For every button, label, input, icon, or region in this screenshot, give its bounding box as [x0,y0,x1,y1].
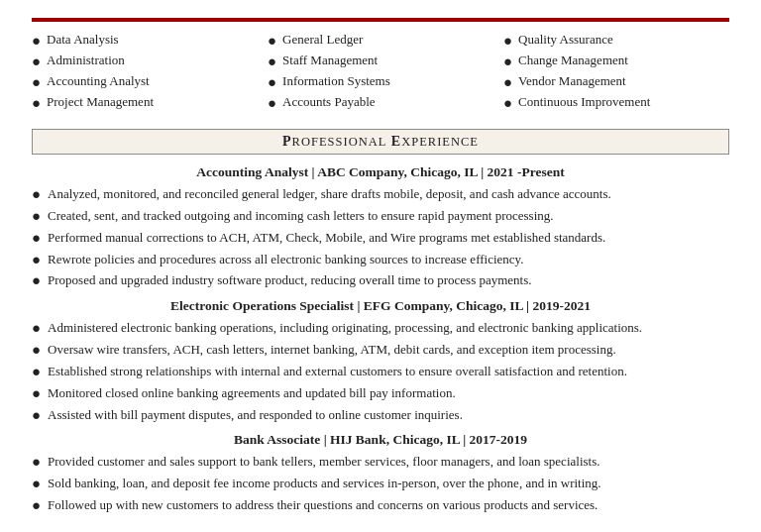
job-bullet: ● Sold banking, loan, and deposit fee in… [32,475,729,493]
bullet-text: Rewrote policies and procedures across a… [48,251,523,269]
job-bullet: ● Administered electronic banking operat… [32,319,729,338]
professional-experience-header: PROFESSIONAL EXPERIENCE [32,129,729,155]
job-bullet: ● Established strong relationships with … [32,363,729,381]
job-bullet: ● Created, sent, and tracked outgoing an… [32,207,729,226]
skill-item: ● Data Analysis [32,32,258,50]
bullet-icon: ● [503,94,512,112]
bullet-text: Followed up with new customers to addres… [48,496,598,515]
skill-label: Accounting Analyst [47,73,150,89]
bullet-icon: ● [32,53,41,70]
job-title-2: Electronic Operations Specialist | EFG C… [32,298,729,314]
job-bullet: ● Proposed and upgraded industry softwar… [32,271,729,290]
bullet-icon: ● [32,384,41,402]
job-bullets-2: ● Administered electronic banking operat… [32,319,729,424]
bullet-icon: ● [32,341,41,359]
bullet-icon: ● [503,53,512,70]
bullet-icon: ● [32,251,41,268]
job-bullet: ● Analyzed, monitored, and reconciled ge… [32,185,729,204]
skill-item: ● Vendor Management [503,73,729,91]
skill-label: General Ledger [282,32,363,48]
skill-item: ● Continuous Improvement [503,94,729,112]
skill-label: Accounts Payable [282,94,376,110]
bullet-text: Performed manual corrections to ACH, ATM… [48,229,605,248]
bullet-icon: ● [32,94,41,112]
bullet-text: Created, sent, and tracked outgoing and … [48,207,553,226]
bullet-text: Administered electronic banking operatio… [48,319,642,338]
job-bullets-3: ● Provided customer and sales support to… [32,453,729,515]
skills-section: ● Data Analysis ● Administration ● Accou… [32,32,729,115]
skill-item: ● Project Management [32,94,258,112]
bullet-icon: ● [32,363,41,380]
bullet-icon: ● [32,32,41,50]
job-bullets-1: ● Analyzed, monitored, and reconciled ge… [32,185,729,290]
bullet-icon: ● [268,73,276,91]
bullet-icon: ● [32,319,41,337]
job-title-3: Bank Associate | HIJ Bank, Chicago, IL |… [32,432,729,448]
job-bullet: ● Assisted with bill payment disputes, a… [32,406,729,425]
skill-item: ● Accounts Payable [268,94,493,112]
skill-label: Continuous Improvement [518,94,650,110]
job-bullet: ● Oversaw wire transfers, ACH, cash lett… [32,341,729,360]
bullet-icon: ● [32,207,41,225]
bullet-text: Provided customer and sales support to b… [48,453,599,472]
bullet-icon: ● [503,32,512,50]
skill-label: Staff Management [282,53,378,68]
bullet-icon: ● [32,453,41,471]
skill-item: ● Quality Assurance [503,32,729,50]
job-entry-3: Bank Associate | HIJ Bank, Chicago, IL |… [32,432,729,515]
skill-item: ● Change Management [503,53,729,70]
skill-label: Data Analysis [47,32,119,48]
skill-item: ● Administration [32,53,258,70]
bullet-icon: ● [32,406,41,424]
job-entry-1: Accounting Analyst | ABC Company, Chicag… [32,164,729,290]
resume-page: ● Data Analysis ● Administration ● Accou… [0,0,761,532]
skill-label: Vendor Management [518,73,626,89]
bullet-icon: ● [503,73,512,91]
skills-col-2: ● General Ledger ● Staff Management ● In… [268,32,493,115]
section-title: PROFESSIONAL EXPERIENCE [282,134,479,149]
skill-label: Administration [47,53,125,68]
bullet-icon: ● [32,73,41,91]
bullet-icon: ● [32,496,41,514]
bullet-icon: ● [268,94,276,112]
bullet-text: Oversaw wire transfers, ACH, cash letter… [48,341,616,360]
bullet-text: Established strong relationships with in… [48,363,627,381]
skill-item: ● Accounting Analyst [32,73,258,91]
skill-label: Project Management [47,94,154,110]
bullet-icon: ● [268,53,276,70]
bullet-text: Sold banking, loan, and deposit fee inco… [48,475,601,493]
skill-label: Change Management [518,53,628,68]
skills-col-3: ● Quality Assurance ● Change Management … [503,32,729,115]
job-bullet: ● Monitored closed online banking agreem… [32,384,729,403]
bullet-icon: ● [32,185,41,203]
bullet-text: Assisted with bill payment disputes, and… [48,406,463,425]
bullet-text: Analyzed, monitored, and reconciled gene… [48,185,611,204]
bullet-icon: ● [268,32,276,50]
bullet-icon: ● [32,475,41,492]
bullet-text: Proposed and upgraded industry software … [48,271,531,290]
skill-label: Quality Assurance [518,32,613,48]
job-bullet: ● Followed up with new customers to addr… [32,496,729,515]
job-entry-2: Electronic Operations Specialist | EFG C… [32,298,729,424]
top-bar [32,18,729,22]
bullet-icon: ● [32,229,41,247]
bullet-icon: ● [32,271,41,289]
skill-label: Information Systems [282,73,390,89]
job-bullet: ● Provided customer and sales support to… [32,453,729,472]
job-bullet: ● Rewrote policies and procedures across… [32,251,729,269]
job-bullet: ● Performed manual corrections to ACH, A… [32,229,729,248]
skill-item: ● Staff Management [268,53,493,70]
bullet-text: Monitored closed online banking agreemen… [48,384,456,403]
skill-item: ● General Ledger [268,32,493,50]
skill-item: ● Information Systems [268,73,493,91]
skills-col-1: ● Data Analysis ● Administration ● Accou… [32,32,258,115]
job-title-1: Accounting Analyst | ABC Company, Chicag… [32,164,729,180]
